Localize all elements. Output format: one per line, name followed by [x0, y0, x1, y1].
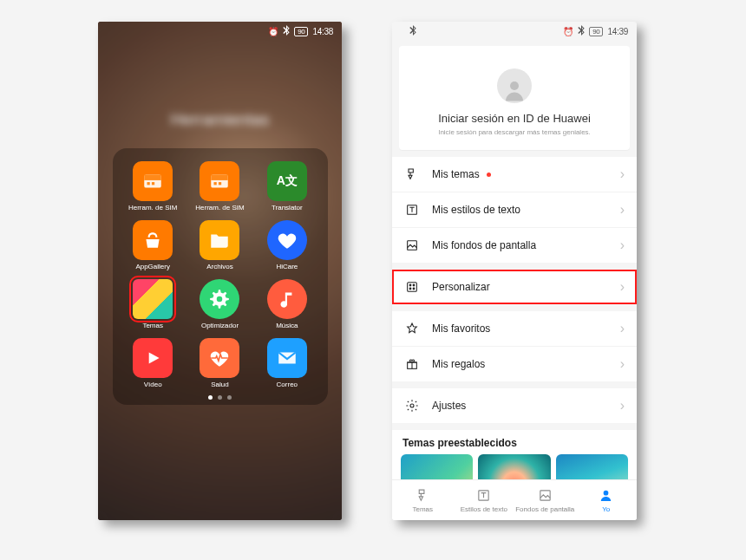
menu-group: Personalizar › — [392, 270, 637, 304]
app-temas[interactable]: Temas — [123, 279, 183, 329]
svg-rect-5 — [212, 174, 229, 180]
menu-group: Ajustes › — [392, 388, 637, 423]
svg-point-12 — [409, 284, 411, 286]
login-card[interactable]: Iniciar sesión en ID de Huawei Inicie se… — [399, 46, 630, 150]
app-herram-sim-2[interactable]: Herram. de SIM — [190, 161, 250, 212]
app-label: AppGallery — [135, 263, 170, 270]
app-optimizador[interactable]: Optimizador — [190, 279, 250, 329]
chevron-right-icon: › — [620, 356, 625, 372]
bottom-tabbar: Temas Estilos de texto Fondos de pantall… — [392, 479, 637, 520]
badge-dot — [487, 173, 491, 177]
preset-themes-title: Temas preestablecidos — [392, 430, 637, 454]
svg-rect-10 — [408, 241, 417, 251]
app-label: Translator — [272, 204, 303, 212]
app-label: Vídeo — [144, 381, 162, 388]
sim-icon — [200, 161, 239, 201]
page-dot[interactable] — [227, 395, 232, 400]
folder-page-dots — [123, 395, 317, 400]
brush-icon — [404, 166, 420, 182]
app-hicare[interactable]: HiCare — [257, 220, 317, 270]
svg-rect-1 — [144, 174, 161, 180]
phone-home-folder: ⏰ 90 14:38 Herramientas Herram. de SIM H… — [98, 22, 342, 520]
app-label: Herram. de SIM — [195, 204, 244, 212]
health-icon — [200, 338, 239, 378]
folder-icon — [200, 220, 239, 260]
avatar-icon — [497, 68, 532, 103]
app-musica[interactable]: Música — [257, 279, 317, 329]
tab-estilos[interactable]: Estilos de texto — [454, 480, 515, 520]
login-subtitle: Inicie sesión para descargar más temas g… — [408, 128, 621, 136]
menu-mis-regalos[interactable]: Mis regalos › — [392, 346, 637, 381]
menu-group: Mis temas › Mis estilos de texto › Mis f… — [392, 157, 637, 263]
app-label: Salud — [211, 381, 228, 388]
svg-point-20 — [604, 490, 609, 495]
appgallery-icon — [133, 220, 173, 260]
video-icon — [133, 338, 173, 378]
alarm-icon: ⏰ — [563, 27, 573, 36]
wallpaper-icon — [538, 488, 553, 503]
alarm-icon: ⏰ — [268, 27, 278, 36]
menu-mis-fondos[interactable]: Mis fondos de pantalla › — [392, 227, 637, 263]
brush-icon — [416, 488, 430, 503]
app-correo[interactable]: Correo — [257, 338, 317, 388]
customize-icon — [404, 279, 420, 295]
bluetooth-icon — [578, 25, 585, 37]
menu-label: Mis estilos de texto — [432, 204, 520, 216]
page-dot[interactable] — [208, 395, 213, 400]
gear-icon — [404, 398, 420, 413]
menu-personalizar[interactable]: Personalizar › — [392, 270, 637, 304]
tab-label: Yo — [602, 505, 610, 513]
status-time: 14:39 — [607, 27, 628, 36]
app-label: HiCare — [276, 263, 298, 270]
menu-label: Mis favoritos — [432, 322, 490, 335]
menu-ajustes[interactable]: Ajustes › — [392, 388, 637, 423]
translate-icon: A文 — [267, 161, 307, 201]
phone-themes-app: ⏰ 90 14:39 Iniciar sesión en ID de Huawe… — [392, 22, 637, 520]
app-translator[interactable]: A文 Translator — [257, 161, 317, 212]
wallpaper-icon — [404, 238, 420, 253]
battery-pct: 90 — [294, 27, 308, 36]
status-bar: ⏰ 90 14:38 — [98, 22, 342, 41]
app-herram-sim-1[interactable]: Herram. de SIM — [123, 161, 183, 212]
star-icon — [404, 321, 420, 336]
music-icon — [267, 279, 307, 319]
page-dot[interactable] — [218, 395, 222, 400]
chevron-right-icon: › — [620, 166, 625, 182]
chevron-right-icon: › — [620, 321, 625, 336]
app-label: Temas — [142, 322, 163, 329]
text-style-icon — [404, 202, 420, 218]
app-label: Correo — [277, 381, 298, 388]
tab-label: Temas — [412, 505, 433, 513]
text-style-icon — [476, 488, 491, 503]
battery-pct: 90 — [589, 27, 603, 36]
svg-rect-7 — [219, 182, 221, 185]
tab-label: Estilos de texto — [461, 505, 507, 513]
app-appgallery[interactable]: AppGallery — [123, 220, 183, 270]
menu-group: Mis favoritos › Mis regalos › — [392, 311, 637, 381]
svg-point-15 — [413, 288, 415, 290]
svg-point-17 — [410, 404, 414, 407]
svg-rect-11 — [408, 283, 417, 292]
menu-mis-estilos[interactable]: Mis estilos de texto › — [392, 192, 637, 227]
app-archivos[interactable]: Archivos — [190, 220, 250, 270]
themes-icon — [133, 279, 173, 319]
app-salud[interactable]: Salud — [190, 338, 250, 388]
menu-mis-temas[interactable]: Mis temas › — [392, 157, 637, 192]
sim-icon — [133, 161, 173, 201]
svg-rect-2 — [147, 182, 150, 185]
menu-mis-favoritos[interactable]: Mis favoritos › — [392, 311, 637, 346]
chevron-right-icon: › — [620, 238, 625, 253]
svg-point-13 — [413, 284, 415, 286]
hicare-icon — [267, 220, 307, 260]
menu-label: Mis regalos — [432, 358, 485, 370]
app-label: Música — [276, 322, 298, 329]
tab-label: Fondos de pantalla — [515, 505, 574, 513]
login-title: Iniciar sesión en ID de Huawei — [408, 112, 621, 125]
app-video[interactable]: Vídeo — [123, 338, 183, 388]
tab-yo[interactable]: Yo — [576, 480, 638, 520]
tab-fondos[interactable]: Fondos de pantalla — [514, 480, 576, 520]
svg-rect-3 — [152, 182, 154, 185]
tab-temas[interactable]: Temas — [392, 480, 454, 520]
app-label: Optimizador — [201, 322, 239, 329]
status-bar: ⏰ 90 14:39 — [392, 22, 637, 41]
